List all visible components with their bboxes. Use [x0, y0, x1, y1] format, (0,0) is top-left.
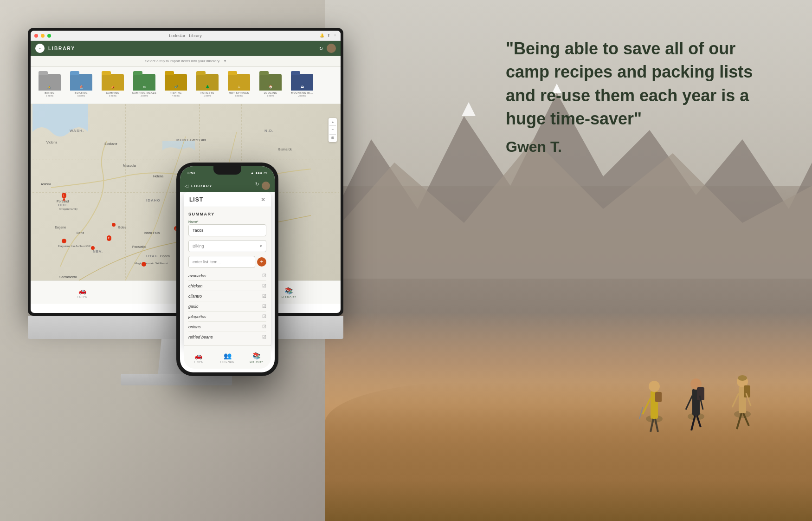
svg-text:Missoula: Missoula — [123, 164, 136, 167]
svg-point-69 — [112, 223, 116, 227]
folder-forests[interactable]: 🌲 FORESTS 2 items — [193, 74, 222, 97]
quote-text: "Being able to save all of our camp reci… — [506, 37, 775, 131]
folder-camping[interactable]: ⛺ CAMPING 8 items — [98, 74, 127, 97]
svg-text:ORE.: ORE. — [58, 203, 69, 207]
folder-row: 🚴 BIKING 6 items ⛵ BOATING 5 items ⛺ — [31, 67, 341, 104]
item-garlic-check[interactable]: ☑ — [262, 304, 266, 309]
trip-selector[interactable]: Select a trip to import items into your … — [31, 56, 341, 67]
folder-count-lodging: 3 items — [267, 94, 274, 97]
svg-text:Sacramento: Sacramento — [59, 275, 77, 279]
item-onions-check[interactable]: ☑ — [262, 324, 266, 329]
folder-fishing[interactable]: 🎣 FISHING 4 items — [161, 74, 190, 97]
trips-icon: 🚗 — [78, 287, 86, 294]
minimize-traffic-light[interactable] — [41, 34, 45, 38]
item-avocados-check[interactable]: ☑ — [262, 273, 266, 278]
maximize-traffic-light[interactable] — [47, 34, 51, 38]
item-refried-beans-check[interactable]: ☑ — [262, 334, 266, 339]
item-cilantro-check[interactable]: ☑ — [262, 293, 266, 299]
folder-lodging[interactable]: 🏠 LODGING 3 items — [256, 74, 285, 97]
nav-trips[interactable]: 🚗 TRIPS — [31, 287, 134, 298]
folder-icon-forests: 🌲 — [196, 74, 219, 91]
status-icons: ▲ ●●● ▭ — [251, 171, 267, 175]
zoom-out-button[interactable]: − — [329, 126, 336, 132]
modal-body: SUMMARY Name* Biking ▾ + — [184, 207, 271, 347]
folder-mountain-biking[interactable]: 🏔 MOUNTAIN BI... 2 items — [288, 74, 316, 97]
iphone-toolbar-icon-1[interactable]: ↻ — [255, 182, 259, 190]
item-chicken-check[interactable]: ☑ — [262, 283, 266, 288]
refresh-icon[interactable]: ↻ — [319, 46, 323, 51]
iphone-friends-label: FRIENDS — [220, 360, 234, 363]
folder-icon-fishing: 🎣 — [165, 74, 187, 91]
iphone-toolbar-title: LIBRARY — [191, 184, 213, 188]
close-traffic-light[interactable] — [34, 34, 38, 38]
user-avatar[interactable] — [327, 44, 336, 53]
folder-hot-springs[interactable]: ♨ HOT SPRINGS 5 items — [225, 74, 253, 97]
svg-text:MONT.: MONT. — [176, 138, 190, 142]
add-item-button[interactable]: + — [257, 257, 266, 267]
back-button[interactable]: ← — [35, 44, 45, 53]
folder-camping-meals[interactable]: 🍽 CAMPING MEALS 3 items — [130, 74, 159, 97]
svg-text:Helena: Helena — [153, 175, 163, 178]
list-item-input[interactable] — [188, 256, 255, 268]
svg-line-7 — [643, 398, 651, 414]
list-item-avocados: avocados ☑ — [188, 271, 266, 281]
svg-text:Ogden: Ogden — [160, 254, 170, 258]
folder-icon-camping-meals: 🍽 — [133, 74, 155, 91]
svg-point-71 — [91, 246, 95, 250]
modal-header: LIST ✕ — [184, 192, 271, 207]
category-input-group: Biking ▾ — [188, 240, 266, 252]
modal-title: LIST — [189, 196, 203, 203]
svg-text:Victoria: Victoria — [46, 141, 57, 144]
titlebar-icon-bell[interactable]: 🔔 — [320, 33, 324, 38]
name-input[interactable] — [188, 224, 266, 236]
hikers-svg — [626, 307, 775, 437]
iphone-back-button[interactable]: ◁ — [185, 183, 188, 189]
status-time: 3:53 — [187, 171, 195, 175]
list-item-jalapenos: jalapeños ☑ — [188, 312, 266, 322]
iphone-nav-library[interactable]: 📚 LIBRARY — [242, 352, 271, 363]
folder-count-fishing: 4 items — [172, 94, 180, 97]
zoom-in-button[interactable]: + — [329, 119, 336, 125]
iphone-trips-icon: 🚗 — [194, 352, 202, 359]
folder-biking[interactable]: 🚴 BIKING 6 items — [35, 74, 64, 97]
iphone-user-avatar[interactable] — [262, 182, 270, 190]
list-items-container: avocados ☑ chicken ☑ cilantro ☑ garlic — [188, 271, 266, 342]
iphone-nav-trips[interactable]: 🚗 TRIPS — [184, 352, 213, 363]
titlebar-text: Lodestar - Library — [54, 33, 317, 38]
trips-label: TRIPS — [77, 295, 88, 298]
category-select[interactable]: Biking ▾ — [188, 240, 266, 252]
item-cilantro-text: cilantro — [188, 294, 202, 299]
folder-count-camping: 8 items — [109, 94, 116, 97]
iphone-library-icon: 📚 — [252, 352, 260, 359]
category-chevron-icon: ▾ — [260, 244, 262, 248]
trip-selector-text: Select a trip to import items into your … — [145, 59, 223, 63]
folder-count-forests: 2 items — [204, 94, 211, 97]
iphone-screen: 3:53 ▲ ●●● ▭ ◁ LIBRARY ↻ — [180, 166, 275, 372]
titlebar-icon-menu[interactable]: ⋮ — [333, 33, 337, 38]
iphone-friends-icon: 👥 — [224, 352, 232, 359]
folder-count-biking: 6 items — [46, 94, 53, 97]
titlebar-icon-share[interactable]: ⬆ — [327, 33, 330, 38]
svg-text:Eugene: Eugene — [55, 226, 66, 229]
iphone-body: 3:53 ▲ ●●● ▭ ◁ LIBRARY ↻ — [176, 163, 278, 376]
item-jalapenos-check[interactable]: ☑ — [262, 314, 266, 319]
fit-map-button[interactable]: ⊞ — [329, 135, 336, 141]
svg-text:Oregon Family: Oregon Family — [59, 208, 77, 210]
folder-boating[interactable]: ⛵ BOATING 5 items — [67, 74, 96, 97]
item-onions-text: onions — [188, 325, 201, 329]
svg-text:Magic Mountain Ski Resort: Magic Mountain Ski Resort — [135, 262, 168, 265]
name-input-group: Name* — [188, 220, 266, 236]
svg-text:2: 2 — [108, 237, 110, 240]
zoom-controls[interactable]: + − ⊞ — [329, 118, 337, 142]
svg-text:Astoria: Astoria — [41, 182, 51, 186]
svg-text:Bismarck: Bismarck — [278, 148, 292, 151]
folder-icon-lodging: 🏠 — [259, 74, 282, 91]
wifi-icon: ▲ — [251, 171, 254, 175]
modal-close-button[interactable]: ✕ — [261, 196, 265, 203]
folder-count-hot-springs: 5 items — [235, 94, 243, 97]
item-refried-beans-text: refried beans — [188, 335, 213, 339]
iphone-nav-friends[interactable]: 👥 FRIENDS — [213, 352, 242, 363]
iphone-trips-label: TRIPS — [193, 360, 203, 363]
list-input-row: + — [188, 256, 266, 268]
folder-icon-mountain-biking: 🏔 — [291, 74, 313, 91]
